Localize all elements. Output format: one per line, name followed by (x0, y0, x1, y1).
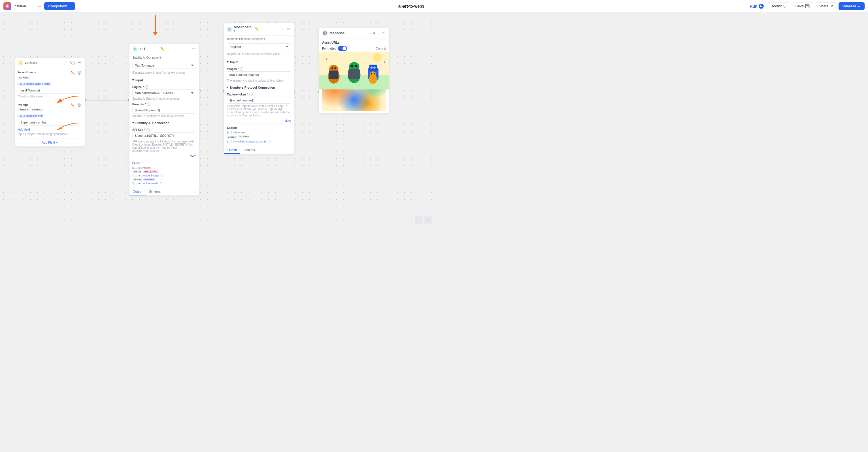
numbers-connection-header[interactable]: ▾ Numbers Protocol Connection (224, 83, 294, 92)
blockchain-tabs: Output Schema (224, 146, 294, 154)
pipeline-canvas[interactable]: ⚡ variable − $(.) ••• Asset Creator ✏️ 🗑… (0, 12, 434, 226)
seeds-array-badge: ARRAY (132, 178, 143, 181)
prompt-string-badge: STRING (31, 108, 43, 111)
asset-creator-delete-button[interactable]: 🗑️ (76, 70, 82, 75)
scroll-left-button[interactable]: − (415, 216, 423, 224)
asset-creator-label: Asset Creator (18, 71, 36, 74)
variable-minimize-button[interactable]: − (64, 60, 67, 65)
asset-creator-type-badge: STRING (18, 76, 30, 79)
ai-output-section: Output ${...} references ARRAY IMAGE/PNG… (129, 159, 199, 188)
prompt-array-badge: ARRAY (18, 108, 29, 111)
add-field-button[interactable]: Add Field + (15, 138, 85, 147)
apikey-info-icon: i (147, 128, 150, 131)
ai-prompts-field: Prompts * i An array of prompts to use f… (129, 101, 199, 119)
numbers-connection-label: Numbers Protocol Connection (230, 86, 275, 89)
bc-export-icon[interactable]: ⬡ (269, 140, 271, 143)
app-chevron-icon[interactable]: ⌄ (31, 4, 34, 8)
ai-output-seeds-item: ARRAY NUMBER (132, 178, 196, 181)
stability-connection-header[interactable]: ▾ Stability AI Connection (129, 119, 199, 127)
add-field-plus-icon: + (56, 141, 58, 144)
token-required: * (247, 93, 248, 96)
component-button[interactable]: Component + (44, 2, 75, 10)
ai-more-button[interactable]: ••• (191, 46, 196, 52)
bc-urls-ref-link[interactable]: blockchain-1.output.asset-urls (233, 140, 267, 143)
bc-images-required: * (238, 67, 239, 70)
ai-ref-label: ${...} references (132, 166, 196, 169)
blockchain-more-button[interactable]: ••• (286, 27, 291, 32)
ai-apikey-field: API Key * i API Key supports Instill Cre… (129, 127, 199, 154)
ai-export-button[interactable]: ⬡ (191, 188, 199, 195)
ai-prompts-input[interactable] (132, 107, 196, 114)
images-type-badge: IMAGE/PNG (143, 170, 159, 173)
ai-images-ref-link[interactable]: ai-1.output.images (138, 174, 159, 177)
blockchain-action-select-container[interactable]: Register (224, 42, 294, 52)
svg-rect-12 (329, 74, 339, 79)
app-logo (3, 2, 11, 10)
variable-code-button[interactable]: $(.) (69, 60, 75, 65)
blockchain-icon: M (227, 27, 232, 32)
ai-engine-field: Engine * i stable-diffusion-xl-1024-v1-0… (129, 84, 199, 101)
ai-card: S. ai-1 ✏️ − ••• Stability AI Component … (129, 43, 199, 196)
ai-more-link[interactable]: More (129, 154, 199, 159)
bc-images-label: Images (227, 67, 237, 70)
ai-task-desc: Generate a new image from a text prompt. (129, 70, 199, 76)
bc-tab-output[interactable]: Output (224, 147, 240, 154)
prompts-desc: An array of prompts to use for generatio… (132, 115, 196, 118)
ai-input-label: Input (135, 78, 143, 82)
ai-task-select-container[interactable]: Text To Image (129, 61, 199, 70)
images-array-badge: ARRAY (132, 170, 143, 173)
variable-more-button[interactable]: ••• (77, 60, 82, 65)
blockchain-minimize-button[interactable]: − (281, 27, 284, 32)
numbers-chevron: ▾ (227, 86, 228, 89)
response-card: response Edit − ••• Asset URLs Formatted… (319, 28, 389, 113)
prompts-info-icon: i (147, 102, 150, 106)
variable-card-title: variable (25, 61, 63, 65)
seeds-export-icon[interactable]: ⬡ (160, 182, 162, 185)
ai-seeds-ref-link[interactable]: ai-1.output.seeds (138, 182, 158, 185)
ai-card-icon: S. (132, 46, 138, 52)
add-field-link[interactable]: Add field (18, 128, 30, 131)
ai-input-section-header[interactable]: ▾ Input (129, 76, 199, 84)
ai-engine-label: Engine (132, 86, 142, 89)
blockchain-token-field: Capture token * i Fill in your Capture t… (224, 92, 294, 118)
ai-edit-button[interactable]: ✏️ (160, 46, 165, 52)
apikey-desc: API Key supports Instill Credit. You can… (132, 140, 196, 152)
tab-schema[interactable]: Schema (146, 188, 164, 195)
asset-creator-edit-button[interactable]: ✏️ (70, 70, 75, 75)
bc-input-chevron: ▾ (227, 60, 228, 64)
back-button[interactable]: ← (37, 4, 42, 9)
bc-output-urls-item: ARRAY STRING (227, 135, 291, 139)
bc-array-badge: ARRAY (227, 136, 237, 139)
capture-token-label: Capture token (227, 93, 246, 96)
ai-engine-select[interactable]: stable-diffusion-xl-1024-v1-0 (132, 90, 196, 96)
tab-output[interactable]: Output (129, 188, 146, 195)
bc-tab-schema[interactable]: Schema (240, 147, 258, 154)
prompt-ref-badge: ${...} variable.prompt (18, 114, 45, 118)
ai-output-label: Output (132, 161, 196, 165)
blockchain-token-input[interactable] (227, 97, 291, 104)
blockchain-card-header: M blockchain-1 ✏️ − ••• (224, 23, 294, 36)
engine-info-icon: i (145, 85, 149, 89)
asset-creator-input[interactable] (18, 87, 82, 94)
variable-icon: ⚡ (18, 60, 23, 65)
bc-images-info-icon: i (240, 67, 243, 70)
images-export-icon[interactable]: ⬡ (161, 174, 163, 177)
prompt-label: Prompt (18, 103, 28, 106)
ai-minimize-button[interactable]: − (187, 46, 190, 52)
blockchain-input-header[interactable]: ▾ Input (224, 58, 294, 66)
blockchain-edit-button[interactable]: ✏️ (254, 27, 260, 32)
blockchain-more-link[interactable]: More (224, 118, 294, 124)
blockchain-card-id: blockchain-1 (234, 25, 253, 33)
bc-output-label: Output (227, 126, 291, 129)
ai-task-select[interactable]: Text To Image (132, 62, 196, 69)
ai-output-images-item: ARRAY IMAGE/PNG (132, 170, 196, 173)
add-field-label: Add Field (42, 141, 55, 144)
ai-apikey-input[interactable] (132, 132, 196, 139)
mini-scrollbar: − + (415, 216, 432, 224)
blockchain-images-input[interactable] (227, 71, 291, 78)
asset-creator-ref-badge: ${...} variable.asset-creator (18, 82, 52, 86)
scroll-right-button[interactable]: + (424, 216, 432, 224)
blockchain-output-section: Output ${...} references ARRAY STRING ${… (224, 124, 294, 146)
blockchain-action-select[interactable]: Register (227, 43, 291, 50)
app-name: instill-ai... (13, 4, 29, 8)
